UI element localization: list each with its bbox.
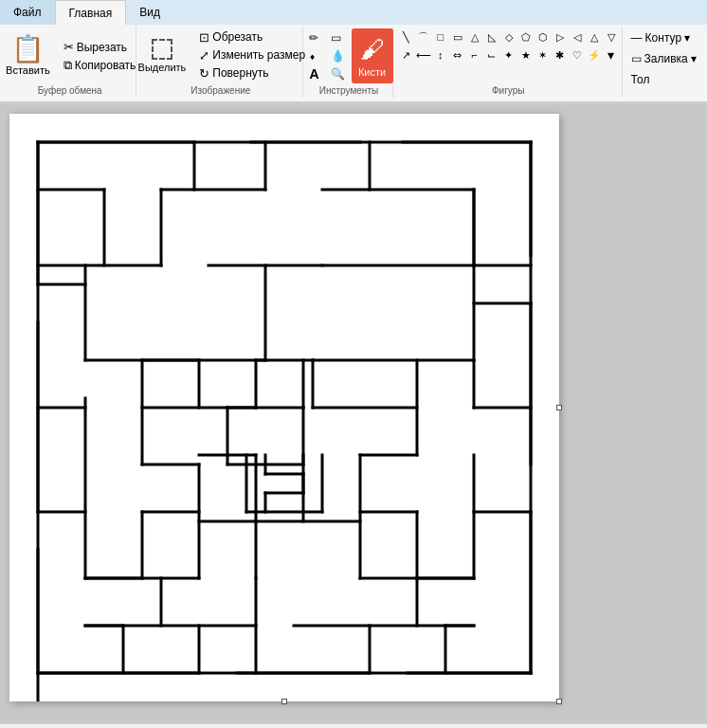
shape-arrow-ne[interactable]: ↗ — [398, 46, 415, 64]
group-tools: ✏ ⬧ A ▭ 💧 � — [305, 27, 392, 98]
maze-image — [9, 114, 559, 701]
resize-handle-bm[interactable] — [281, 699, 287, 704]
cut-icon: ✂ — [63, 40, 74, 54]
outline-button[interactable]: — Контур ▾ — [625, 28, 698, 47]
shape-larrow[interactable]: ⟵ — [415, 46, 432, 64]
image-label: Изображение — [190, 85, 250, 96]
crop-button[interactable]: ⊡ Обрезать — [194, 28, 310, 46]
shape-hex[interactable]: ⬡ — [535, 28, 552, 46]
eraser-icon: ▭ — [331, 31, 341, 45]
text-button[interactable]: A — [304, 65, 323, 82]
shapes-content: ╲ ⌒ □ ▭ △ ◺ ◇ ⬠ ⬡ ▷ ◁ △ ▽ ↗ — [401, 28, 616, 83]
tools-label: Инструменты — [319, 85, 378, 96]
shape-penta[interactable]: ⬠ — [517, 28, 535, 46]
copy-icon: ⧉ — [63, 58, 72, 73]
shape-star6[interactable]: ✶ — [535, 46, 552, 64]
shape-triangle[interactable]: △ — [466, 28, 483, 46]
fill-button[interactable]: ⬧ — [304, 47, 323, 64]
fill-color-icon: ▭ — [631, 52, 642, 65]
pencil-icon: ✏ — [309, 31, 318, 45]
shape-corner[interactable]: ⌐ — [466, 46, 483, 64]
shapes-label: Фигуры — [492, 85, 524, 96]
paste-button[interactable]: 📋 Вставить — [0, 28, 57, 83]
cut-button[interactable]: ✂ Вырезать — [59, 39, 141, 56]
eyedropper-button[interactable]: 💧 — [326, 47, 350, 64]
fill-color-button[interactable]: ▭ Заливка ▾ — [625, 49, 704, 68]
clipboard-content: 📋 Вставить ✂ Вырезать ⧉ Копировать — [0, 28, 140, 83]
shape-heart[interactable]: ♡ — [569, 46, 586, 64]
image-content: Выделить ⊡ Обрезать ⤢ Изменить размер ↻ — [132, 28, 311, 83]
eraser-button[interactable]: ▭ — [326, 29, 350, 46]
brush-button[interactable]: 🖌 Кисти — [352, 28, 393, 83]
outline-icon: — — [631, 31, 643, 45]
shape-rect[interactable]: □ — [432, 28, 449, 46]
shape-line[interactable]: ╲ — [398, 28, 415, 46]
shape-rect2[interactable]: ▭ — [449, 28, 466, 46]
tab-file[interactable]: Файл — [0, 0, 55, 25]
shape-corner2[interactable]: ⌙ — [483, 46, 500, 64]
clipboard-col: ✂ Вырезать ⧉ Копировать — [59, 39, 141, 74]
ribbon: Файл Главная Вид 📋 Вставить ✂ Вырезать ⧉ — [0, 0, 707, 104]
select-icon — [152, 39, 172, 60]
group-shapes: ╲ ⌒ □ ▭ △ ◺ ◇ ⬠ ⬡ ▷ ◁ △ ▽ ↗ — [395, 27, 623, 98]
ribbon-body: 📋 Вставить ✂ Вырезать ⧉ Копировать Буфер… — [0, 25, 707, 103]
canvas-paper[interactable] — [9, 114, 559, 701]
tabs-bar: Файл Главная Вид — [0, 0, 707, 25]
rotate-button[interactable]: ↻ Повернуть — [194, 64, 310, 82]
tools-content: ✏ ⬧ A ▭ 💧 � — [304, 28, 392, 83]
text-icon: A — [309, 66, 318, 82]
brush-label: Кисти — [358, 66, 386, 78]
copy-label: Копировать — [75, 59, 136, 72]
crop-label: Обрезать — [212, 30, 263, 44]
shapes-grid: ╲ ⌒ □ ▭ △ ◺ ◇ ⬠ ⬡ ▷ ◁ △ ▽ ↗ — [398, 28, 619, 64]
resize-icon: ⤢ — [199, 48, 209, 63]
shape-arrow-r[interactable]: ▷ — [552, 28, 569, 46]
tab-home[interactable]: Главная — [55, 0, 127, 25]
select-label: Выделить — [138, 62, 187, 73]
fill-color-label: Заливка ▾ — [644, 52, 698, 65]
select-button[interactable]: Выделить — [132, 28, 193, 83]
clipboard-label: Буфер обмена — [38, 85, 102, 96]
shape-star4[interactable]: ✦ — [500, 46, 517, 64]
group-outline: — Контур ▾ ▭ Заливка ▾ Тол — [625, 27, 703, 98]
shape-arrow-l[interactable]: ◁ — [569, 28, 586, 46]
rotate-label: Повернуть — [212, 66, 268, 80]
eyedropper-icon: 💧 — [331, 49, 345, 63]
zoom-button[interactable]: 🔍 — [326, 65, 350, 82]
shape-arrow-u[interactable]: △ — [586, 28, 603, 46]
rotate-icon: ↻ — [199, 66, 209, 81]
tools-col2: ▭ 💧 🔍 — [326, 29, 350, 82]
group-image: Выделить ⊡ Обрезать ⤢ Изменить размер ↻ — [138, 27, 303, 98]
pencil-button[interactable]: ✏ — [304, 29, 323, 46]
resize-button[interactable]: ⤢ Изменить размер — [194, 46, 310, 64]
thickness-button[interactable]: Тол — [625, 70, 657, 89]
fill-icon: ⬧ — [309, 49, 316, 63]
group-clipboard: 📋 Вставить ✂ Вырезать ⧉ Копировать Буфер… — [4, 27, 136, 98]
zoom-icon: 🔍 — [331, 67, 345, 81]
outline-label: Контур ▾ — [645, 31, 691, 45]
resize-label: Изменить размер — [212, 48, 305, 62]
shape-darrow2[interactable]: ⇔ — [449, 46, 466, 64]
resize-handle-rm[interactable] — [556, 405, 562, 410]
shape-star5[interactable]: ★ — [517, 46, 535, 64]
shape-burst[interactable]: ✱ — [552, 46, 569, 64]
shape-curve[interactable]: ⌒ — [415, 28, 432, 46]
resize-handle-br[interactable] — [556, 699, 562, 704]
status-bar — [0, 723, 707, 728]
shape-diamond[interactable]: ◇ — [500, 28, 517, 46]
tools-col1: ✏ ⬧ A — [304, 29, 323, 82]
paste-label: Вставить — [6, 64, 50, 76]
shape-arrow-d[interactable]: ▽ — [603, 28, 620, 46]
shape-scroll-down[interactable]: ▾ — [603, 46, 620, 64]
crop-icon: ⊡ — [199, 30, 209, 45]
canvas-area[interactable] — [0, 104, 707, 723]
copy-button[interactable]: ⧉ Копировать — [59, 57, 141, 74]
shape-lightning[interactable]: ⚡ — [586, 46, 603, 64]
cut-label: Вырезать — [77, 41, 127, 54]
image-col: ⊡ Обрезать ⤢ Изменить размер ↻ Повернуть — [194, 28, 310, 83]
shape-darrow[interactable]: ↕ — [432, 46, 449, 64]
shape-rtriangle[interactable]: ◺ — [483, 28, 500, 46]
tab-view[interactable]: Вид — [126, 0, 173, 25]
outline-content: — Контур ▾ ▭ Заливка ▾ Тол — [625, 28, 704, 94]
thickness-label: Тол — [631, 73, 650, 86]
